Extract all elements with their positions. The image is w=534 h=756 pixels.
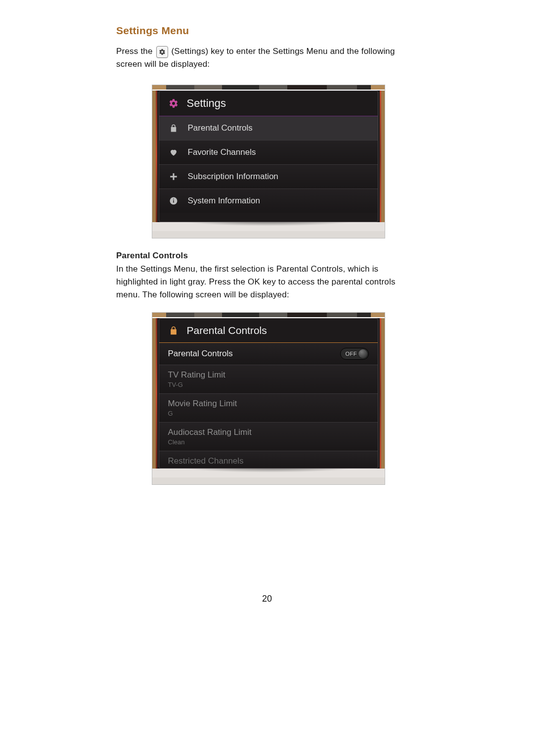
screenshot-decor <box>152 85 385 90</box>
parental-panel-header: Parental Controls <box>159 319 378 343</box>
settings-panel-header: Settings <box>159 91 378 116</box>
parental-text: In the Settings Menu, the first selectio… <box>116 263 420 302</box>
parental-row-audiocast[interactable]: Audiocast Rating Limit Clean <box>159 423 378 451</box>
parental-panel: Parental Controls Parental Controls OFF … <box>159 318 378 469</box>
svg-rect-2 <box>173 198 174 199</box>
screenshot-decor <box>152 313 385 317</box>
settings-row-label: System Information <box>188 196 260 206</box>
row-sub: TV-G <box>168 381 369 388</box>
parental-subheading: Parental Controls <box>116 251 420 261</box>
settings-screenshot: Settings Parental Controls Favorite Chan… <box>152 85 385 238</box>
parental-toggle[interactable]: OFF <box>340 348 369 360</box>
row-title: Movie Rating Limit <box>168 399 369 409</box>
lock-icon <box>167 326 180 335</box>
screenshot-decor <box>152 231 385 238</box>
parental-row-tv[interactable]: TV Rating Limit TV-G <box>159 365 378 394</box>
row-sub: Clean <box>168 438 369 446</box>
settings-row-label: Favorite Channels <box>188 147 256 157</box>
lock-icon <box>167 124 180 133</box>
page-heading: Settings Menu <box>116 25 420 37</box>
toggle-state: OFF <box>346 351 357 357</box>
screenshot-decor <box>152 477 385 484</box>
svg-rect-1 <box>173 200 174 202</box>
row-sub: G <box>168 410 369 417</box>
page-number: 20 <box>0 594 534 604</box>
settings-row-label: Parental Controls <box>188 123 253 133</box>
settings-row-label: Subscription Information <box>188 172 278 182</box>
heart-icon <box>167 148 180 157</box>
intro-text: Press the (Settings) key to enter the Se… <box>116 45 420 71</box>
settings-row-subscription[interactable]: Subscription Information <box>159 165 378 189</box>
gear-icon <box>167 98 180 108</box>
settings-row-favorites[interactable]: Favorite Channels <box>159 141 378 165</box>
settings-row-parental[interactable]: Parental Controls <box>159 116 378 141</box>
intro-before: Press the <box>116 47 153 56</box>
screenshot-decor <box>152 469 385 477</box>
row-title: TV Rating Limit <box>168 370 369 380</box>
parental-panel-title: Parental Controls <box>187 325 267 336</box>
info-icon <box>167 196 180 205</box>
row-title: Audiocast Rating Limit <box>168 427 369 437</box>
settings-panel: Settings Parental Controls Favorite Chan… <box>159 91 378 222</box>
row-title: Restricted Channels <box>168 456 369 466</box>
parental-toggle-row[interactable]: Parental Controls OFF <box>159 343 378 365</box>
parental-row-movie[interactable]: Movie Rating Limit G <box>159 394 378 423</box>
parental-row-restricted[interactable]: Restricted Channels <box>159 451 378 468</box>
parental-screenshot: Parental Controls Parental Controls OFF … <box>152 313 385 484</box>
toggle-knob <box>358 349 367 358</box>
settings-panel-title: Settings <box>187 97 226 110</box>
settings-row-system[interactable]: System Information <box>159 189 378 213</box>
screenshot-decor <box>152 222 385 231</box>
settings-key-icon <box>156 46 168 58</box>
plus-icon <box>167 172 180 181</box>
parental-toggle-label: Parental Controls <box>168 349 233 359</box>
